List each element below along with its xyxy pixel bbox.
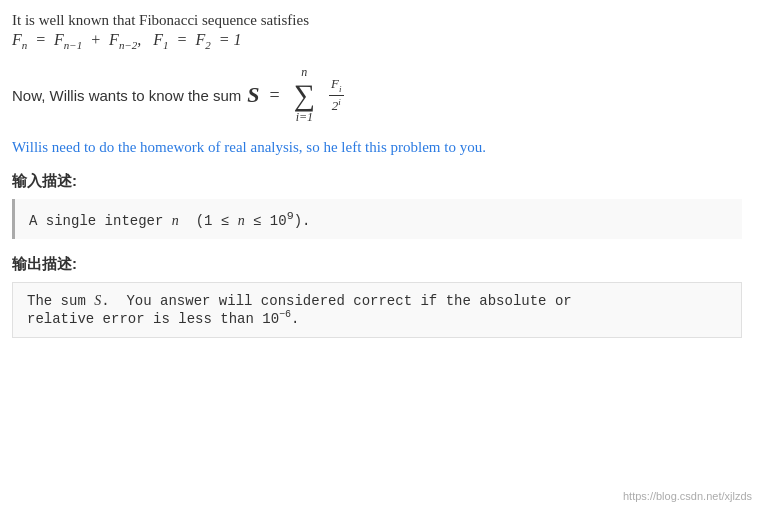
watermark-text: https://blog.csdn.net/xjlzds xyxy=(623,490,752,502)
sum-intro-text: Now, Willis wants to know the sum xyxy=(12,87,241,104)
equals-sign: = xyxy=(270,85,280,106)
problem-description: Willis need to do the homework of real a… xyxy=(12,139,742,156)
output-line2: relative error is less than 10−6. xyxy=(27,309,727,327)
input-section-title: 输入描述: xyxy=(12,172,742,191)
sum-variable-S: S xyxy=(247,82,259,108)
output-section-title: 输出描述: xyxy=(12,255,742,274)
summation-symbol: n ∑ i=1 xyxy=(294,65,315,125)
input-description-box: A single integer n (1 ≤ n ≤ 109). xyxy=(12,199,742,239)
sum-equation-line: Now, Willis wants to know the sum S = n … xyxy=(12,65,742,125)
sigma-glyph: ∑ xyxy=(294,80,315,110)
fraction-numerator: Fi xyxy=(329,76,343,96)
fibonacci-formula: Fn = Fn−1 + Fn−2, F1 = F2 = 1 xyxy=(12,31,742,51)
output-description-box: The sum S. You answer will considered co… xyxy=(12,282,742,338)
sigma-lower-limit: i=1 xyxy=(296,110,313,125)
input-desc-text: A single integer n (1 ≤ n ≤ 109). xyxy=(29,213,310,229)
fraction-fi-2i: Fi 2i xyxy=(329,76,343,114)
output-line1: The sum S. You answer will considered co… xyxy=(27,293,727,309)
intro-line1: It is well known that Fibonacci sequence… xyxy=(12,12,742,29)
fraction-denominator: 2i xyxy=(330,96,343,114)
